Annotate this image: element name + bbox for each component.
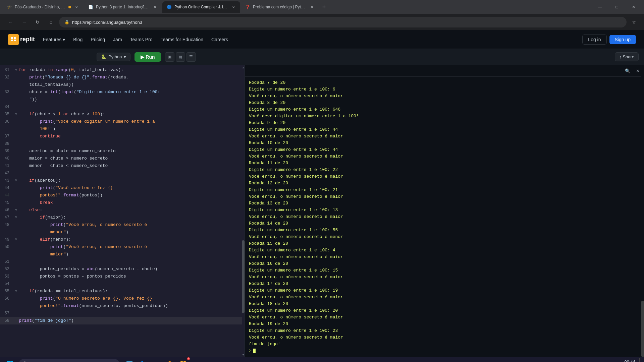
table-row: 37 continue bbox=[0, 133, 245, 140]
run-button[interactable]: ▶ Run bbox=[135, 52, 161, 62]
editor-scroll-down[interactable]: ▼ bbox=[242, 352, 245, 357]
console-close-button[interactable]: ✕ bbox=[634, 67, 641, 74]
list-item: fim de jogo! bbox=[249, 341, 640, 348]
replit-logo[interactable]: replit bbox=[8, 34, 35, 45]
tab-2-title: Python 3 parte 1: Introdução à... bbox=[96, 5, 150, 9]
console-search-button[interactable]: 🔍 bbox=[624, 67, 631, 74]
list-item: Digite um número entre 1 e 100: 6 bbox=[249, 86, 640, 93]
list-item: Você deve digitar um número entre 1 a 10… bbox=[249, 113, 640, 120]
table-row: 44 pontos!".format(pontos)) bbox=[0, 192, 245, 199]
toolbar-icon-3[interactable]: ☰ bbox=[186, 52, 196, 62]
list-item: Digite um número entre 1 e 100: 19 bbox=[249, 287, 640, 294]
tab-2-close[interactable]: ✕ bbox=[152, 4, 158, 10]
nav-teams-pro[interactable]: Teams Pro bbox=[130, 37, 153, 42]
taskbar-app-folder[interactable] bbox=[150, 358, 162, 362]
table-row: 42 bbox=[0, 170, 245, 177]
table-row: 48 print("Você errou, o número secreto é bbox=[0, 221, 245, 229]
share-button[interactable]: ↑ Share bbox=[615, 52, 639, 61]
nav-careers[interactable]: Careers bbox=[211, 37, 228, 42]
list-item: Digite um número entre 1 e 100: 21 bbox=[249, 187, 640, 193]
lock-icon: 🔒 bbox=[64, 20, 69, 24]
editor-scroll-up[interactable]: ▲ bbox=[242, 65, 245, 70]
home-button[interactable]: ⌂ bbox=[46, 17, 56, 27]
table-row: 52 pontos_perdidos = abs(numero_secreto … bbox=[0, 265, 245, 273]
table-row: 47 v if(maior): bbox=[0, 214, 245, 221]
nav-jam[interactable]: Jam bbox=[113, 37, 122, 42]
list-item: Digite um número entre 1 e 100: 23 bbox=[249, 327, 640, 334]
table-row: 33 chute = int(input("Digite um número e… bbox=[0, 88, 245, 96]
table-row: 46 v else: bbox=[0, 206, 245, 214]
tab-4-close[interactable]: ✕ bbox=[309, 4, 315, 10]
windows-start-button[interactable] bbox=[3, 358, 17, 362]
nav-features[interactable]: Features ▾ bbox=[43, 37, 65, 42]
taskbar-search[interactable]: 🔍 Digite aqui para pesquisar bbox=[19, 359, 119, 362]
maximize-button[interactable]: □ bbox=[609, 2, 625, 12]
list-item: Rodada 14 de 20 bbox=[249, 220, 640, 227]
svg-rect-5 bbox=[10, 361, 13, 362]
console-header: 🔍 ✕ bbox=[245, 65, 644, 77]
editor-scrollbar-thumb bbox=[242, 240, 245, 313]
taskbar-app-files[interactable] bbox=[123, 358, 136, 362]
list-item: Você errou, o número secreto é menor bbox=[249, 234, 640, 240]
console-scrollbar[interactable] bbox=[641, 75, 644, 357]
list-item: Digite um número entre 1 e 100: 44 bbox=[249, 126, 640, 133]
table-row: 39 acertou = chute == numero_secreto bbox=[0, 147, 245, 155]
window-controls: — □ ✕ bbox=[592, 2, 641, 12]
nav-teams-education[interactable]: Teams for Education bbox=[160, 37, 203, 42]
tab-2-favicon: 📄 bbox=[88, 4, 93, 10]
table-row: maior") bbox=[0, 251, 245, 258]
login-button[interactable]: Log in bbox=[582, 35, 606, 45]
list-item: Digite um número entre 1 e 100: 22 bbox=[249, 167, 640, 173]
table-row: 58 print("fim de jogo!") bbox=[0, 317, 245, 324]
editor-scrollbar[interactable] bbox=[242, 65, 245, 357]
replit-header: replit Features ▾ Blog Pricing Jam Teams… bbox=[0, 30, 644, 49]
tab-1[interactable]: 🎓 Pós-Graduado - Dilsinho, Sorri... ✕ bbox=[3, 1, 83, 13]
list-item: Rodada 13 de 20 bbox=[249, 200, 640, 207]
language-selector[interactable]: 🐍 Python ▾ bbox=[97, 53, 130, 61]
tab-4-title: Problema com código | Python... bbox=[253, 5, 307, 9]
show-desktop-button[interactable] bbox=[639, 358, 641, 362]
tab-4[interactable]: ❓ Problema com código | Python... ✕ bbox=[241, 1, 319, 13]
taskbar-time: 09:44 07/03/2022 bbox=[617, 359, 635, 362]
table-row: 50 print("Você errou, o número secreto é bbox=[0, 243, 245, 251]
url-bar[interactable]: 🔒 https://replit.com/languages/python3 bbox=[59, 17, 627, 27]
toolbar-icon-1[interactable]: ▣ bbox=[165, 52, 174, 62]
list-item: Rodada 7 de 20 bbox=[249, 79, 640, 86]
prompt-symbol: > bbox=[249, 348, 252, 354]
tab-1-close[interactable]: ✕ bbox=[74, 4, 79, 10]
forward-button[interactable]: → bbox=[19, 17, 30, 27]
nav-pricing[interactable]: Pricing bbox=[91, 37, 105, 42]
reload-button[interactable]: ↻ bbox=[32, 17, 43, 27]
code-editor[interactable]: 31 v for rodada in range(0, total_tentai… bbox=[0, 65, 245, 357]
list-item: Você errou, o número secreto é maior bbox=[249, 93, 640, 100]
svg-rect-4 bbox=[7, 361, 10, 362]
taskbar-app-firefox[interactable] bbox=[164, 358, 176, 362]
svg-rect-1 bbox=[14, 37, 16, 39]
table-row: 35 v if(chute < 1 or chute > 100): bbox=[0, 111, 245, 118]
console-output[interactable]: Rodada 7 de 20 Digite um número entre 1 … bbox=[245, 77, 644, 357]
signup-button[interactable]: Sign up bbox=[609, 35, 636, 44]
toolbar-icon-2[interactable]: ▤ bbox=[176, 52, 185, 62]
tab-3[interactable]: 🔵 Python Online Compiler & Inte... ✕ bbox=[162, 1, 240, 13]
list-item: Você errou, o número secreto é maior bbox=[249, 334, 640, 341]
close-button[interactable]: ✕ bbox=[626, 2, 641, 12]
table-row: 32 print("Rodada {} de {}".format(rodada… bbox=[0, 74, 245, 81]
tab-3-close[interactable]: ✕ bbox=[231, 4, 236, 10]
taskbar-app-edge[interactable] bbox=[137, 358, 149, 362]
tab-4-favicon: ❓ bbox=[245, 4, 250, 10]
table-row: 43 v if(acertou): bbox=[0, 177, 245, 184]
bookmark-icon[interactable]: ☆ bbox=[629, 17, 639, 27]
minimize-button[interactable]: — bbox=[592, 2, 608, 12]
list-item: Você errou, o número secreto é maior bbox=[249, 254, 640, 260]
code-lines: 31 v for rodada in range(0, total_tentai… bbox=[0, 65, 245, 326]
nav-blog[interactable]: Blog bbox=[73, 37, 83, 42]
table-row: 54 bbox=[0, 280, 245, 288]
table-row: 55 v if(rodada == total_tentaivas): bbox=[0, 288, 245, 295]
taskbar-app-replit[interactable]: ! bbox=[177, 358, 189, 362]
tab-2[interactable]: 📄 Python 3 parte 1: Introdução à... ✕ bbox=[84, 1, 162, 13]
list-item: Você errou, o número secreto é maior bbox=[249, 274, 640, 281]
back-button[interactable]: ← bbox=[5, 17, 16, 27]
new-tab-button[interactable]: + bbox=[319, 2, 329, 12]
list-item: Você errou, o número secreto é maior bbox=[249, 173, 640, 180]
python-icon: 🐍 bbox=[101, 54, 106, 59]
